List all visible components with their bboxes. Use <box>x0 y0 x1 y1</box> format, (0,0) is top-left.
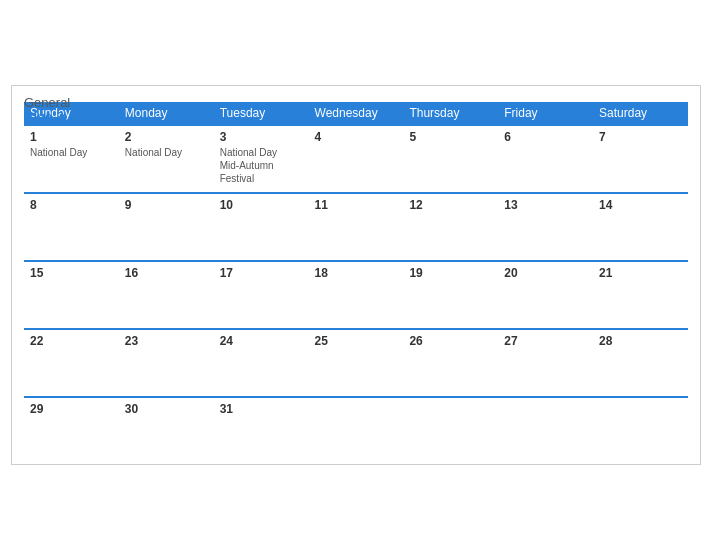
day-number: 1 <box>30 130 113 144</box>
day-number: 30 <box>125 402 208 416</box>
day-number: 5 <box>409 130 492 144</box>
day-number: 19 <box>409 266 492 280</box>
day-number: 29 <box>30 402 113 416</box>
day-number: 21 <box>599 266 682 280</box>
calendar-cell: 10 <box>214 193 309 261</box>
day-number: 4 <box>315 130 398 144</box>
week-row-1: 1National Day2National Day3National DayM… <box>24 125 688 193</box>
calendar-cell <box>498 397 593 452</box>
calendar-cell: 21 <box>593 261 688 329</box>
calendar-cell: 28 <box>593 329 688 397</box>
calendar-header-row: Sunday Monday Tuesday Wednesday Thursday… <box>24 102 688 125</box>
week-row-5: 293031 <box>24 397 688 452</box>
day-number: 3 <box>220 130 303 144</box>
calendar-body: 1National Day2National Day3National DayM… <box>24 125 688 452</box>
calendar-cell: 5 <box>403 125 498 193</box>
col-monday: Monday <box>119 102 214 125</box>
day-number: 14 <box>599 198 682 212</box>
calendar-cell: 23 <box>119 329 214 397</box>
calendar-cell: 22 <box>24 329 119 397</box>
week-row-2: 891011121314 <box>24 193 688 261</box>
week-row-4: 22232425262728 <box>24 329 688 397</box>
event-label: Mid-Autumn Festival <box>220 159 303 185</box>
calendar-container: General Blue Sunday Monday Tuesday Wedne… <box>11 85 701 465</box>
calendar-cell: 8 <box>24 193 119 261</box>
calendar-cell: 19 <box>403 261 498 329</box>
calendar-cell: 27 <box>498 329 593 397</box>
calendar-cell: 9 <box>119 193 214 261</box>
day-number: 13 <box>504 198 587 212</box>
calendar-grid: Sunday Monday Tuesday Wednesday Thursday… <box>24 102 688 452</box>
calendar-cell: 7 <box>593 125 688 193</box>
calendar-cell: 15 <box>24 261 119 329</box>
col-tuesday: Tuesday <box>214 102 309 125</box>
event-label: National Day <box>30 146 113 159</box>
col-saturday: Saturday <box>593 102 688 125</box>
calendar-cell: 2National Day <box>119 125 214 193</box>
day-number: 17 <box>220 266 303 280</box>
col-thursday: Thursday <box>403 102 498 125</box>
day-number: 11 <box>315 198 398 212</box>
day-number: 16 <box>125 266 208 280</box>
day-number: 31 <box>220 402 303 416</box>
calendar-cell: 30 <box>119 397 214 452</box>
calendar-cell: 25 <box>309 329 404 397</box>
calendar-cell: 12 <box>403 193 498 261</box>
col-friday: Friday <box>498 102 593 125</box>
day-number: 15 <box>30 266 113 280</box>
calendar-cell: 6 <box>498 125 593 193</box>
calendar-cell: 18 <box>309 261 404 329</box>
day-number: 12 <box>409 198 492 212</box>
calendar-cell: 11 <box>309 193 404 261</box>
calendar-cell: 16 <box>119 261 214 329</box>
event-label: National Day <box>125 146 208 159</box>
day-number: 6 <box>504 130 587 144</box>
day-number: 26 <box>409 334 492 348</box>
calendar-cell: 3National DayMid-Autumn Festival <box>214 125 309 193</box>
calendar-cell: 24 <box>214 329 309 397</box>
calendar-cell: 13 <box>498 193 593 261</box>
day-number: 10 <box>220 198 303 212</box>
event-label: National Day <box>220 146 303 159</box>
calendar-cell: 26 <box>403 329 498 397</box>
day-number: 27 <box>504 334 587 348</box>
day-number: 7 <box>599 130 682 144</box>
day-number: 24 <box>220 334 303 348</box>
day-number: 8 <box>30 198 113 212</box>
calendar-cell: 29 <box>24 397 119 452</box>
day-number: 25 <box>315 334 398 348</box>
calendar-cell: 1National Day <box>24 125 119 193</box>
day-number: 18 <box>315 266 398 280</box>
logo-general-text: General <box>24 96 70 110</box>
day-number: 2 <box>125 130 208 144</box>
col-wednesday: Wednesday <box>309 102 404 125</box>
day-number: 28 <box>599 334 682 348</box>
calendar-cell <box>593 397 688 452</box>
calendar-cell: 31 <box>214 397 309 452</box>
day-number: 22 <box>30 334 113 348</box>
logo: General Blue <box>24 96 70 125</box>
calendar-cell: 14 <box>593 193 688 261</box>
calendar-cell: 17 <box>214 261 309 329</box>
calendar-cell: 20 <box>498 261 593 329</box>
calendar-cell <box>309 397 404 452</box>
day-number: 23 <box>125 334 208 348</box>
logo-blue-text: Blue <box>24 110 68 124</box>
logo-blue-label: Blue <box>24 110 52 124</box>
day-number: 20 <box>504 266 587 280</box>
calendar-cell: 4 <box>309 125 404 193</box>
logo-triangle-icon <box>56 112 68 122</box>
week-row-3: 15161718192021 <box>24 261 688 329</box>
weekday-row: Sunday Monday Tuesday Wednesday Thursday… <box>24 102 688 125</box>
calendar-cell <box>403 397 498 452</box>
day-number: 9 <box>125 198 208 212</box>
